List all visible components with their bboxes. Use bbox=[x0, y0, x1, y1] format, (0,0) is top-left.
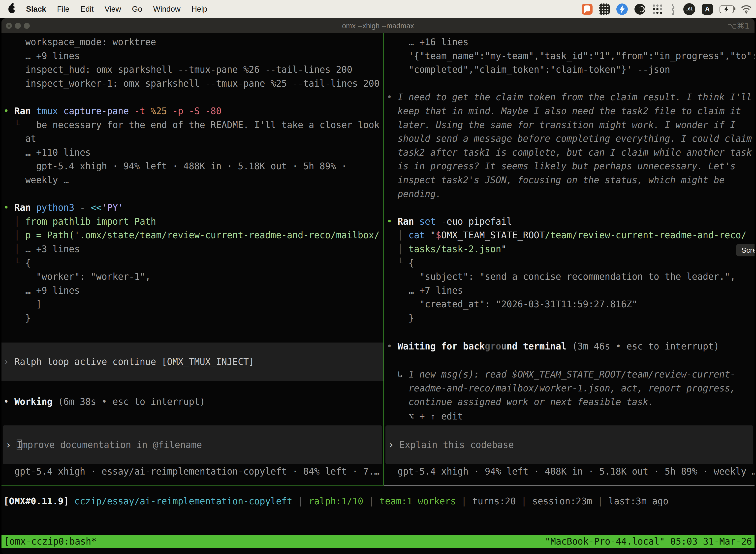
terminal-output: … +16 lines '{"team_name":"my-team","tas… bbox=[384, 35, 755, 325]
macos-menu-bar: Slack File Edit View Go Window Help ..61… bbox=[0, 0, 756, 18]
terminal-line bbox=[387, 201, 755, 215]
mailbox-message: ↳ 1 new msg(s): read $OMX_TEAM_STATE_ROO… bbox=[387, 368, 736, 409]
terminal-line: │ cat "$OMX_TEAM_STATE_ROOT/team/review-… bbox=[387, 228, 755, 242]
screen: { "menubar": { "items": ["Slack", "File"… bbox=[0, 0, 756, 554]
prompt-input-right[interactable]: › Explain this codebase bbox=[385, 426, 753, 464]
terminal-line: "subject": "send a concise recommendatio… bbox=[387, 270, 755, 284]
terminal-line: '{"team_name":"my-team","task_id":"1","f… bbox=[387, 49, 755, 63]
menu-status-icons: ..61 A bbox=[582, 3, 756, 15]
pane-bottom-border-right bbox=[384, 486, 755, 486]
terminal-pane-right[interactable]: … +16 lines '{"team_name":"my-team","tas… bbox=[384, 33, 755, 486]
terminal-line bbox=[3, 187, 383, 201]
terminal-line: keep that in mind. Maybe I also need the… bbox=[387, 104, 755, 118]
terminal-line: • I need to get the claim token from the… bbox=[387, 90, 755, 104]
terminal-line: │ tasks/task-2.json" bbox=[387, 242, 755, 256]
window-titlebar[interactable]: omx --xhigh --madmax ⌥⌘1 bbox=[1, 18, 755, 33]
apple-menu-icon[interactable] bbox=[8, 5, 15, 13]
dots-grid-icon[interactable] bbox=[652, 4, 663, 15]
terminal-line: continue assigned work or next feasible … bbox=[387, 395, 736, 409]
ralph-loop-banner: › Ralph loop active continue [OMX_TMUX_I… bbox=[1, 342, 383, 381]
terminal-line: gpt-5.4 xhigh · 94% left · 488K in · 5.1… bbox=[3, 159, 383, 173]
terminal-line: ⌥ + ↑ edit bbox=[387, 409, 463, 424]
terminal-line bbox=[3, 90, 383, 104]
terminal-line: … +16 lines bbox=[387, 35, 755, 49]
terminal-line: │ … +3 lines bbox=[3, 242, 383, 256]
battery-icon[interactable] bbox=[719, 5, 734, 13]
input-placeholder: Explain this codebase bbox=[399, 440, 514, 450]
menu-window[interactable]: Window bbox=[153, 5, 180, 14]
terminal-line: • Working (6m 38s • esc to interrupt) bbox=[3, 395, 205, 409]
count-badge[interactable]: ..61 bbox=[683, 3, 695, 15]
terminal-line: inspect task2's JSON, focusing on the st… bbox=[387, 173, 755, 187]
terminal-line: › Ralph loop active continue [OMX_TMUX_I… bbox=[1, 355, 254, 369]
prompt-chevron: › bbox=[6, 440, 17, 450]
terminal-line: ↳ 1 new msg(s): read $OMX_TEAM_STATE_ROO… bbox=[387, 368, 736, 382]
terminal-line: task2 after task1 is complete, but can I… bbox=[387, 146, 755, 160]
terminal-line: • Ran tmux capture-pane -t %25 -p -S -80 bbox=[3, 104, 383, 118]
terminal-line: pending. bbox=[387, 187, 755, 201]
prompt-input-left[interactable]: › Improve documentation in @filename bbox=[3, 426, 382, 464]
menu-edit[interactable]: Edit bbox=[80, 5, 93, 14]
terminal-line: inspect_worker-1: omx sparkshell --tmux-… bbox=[3, 77, 383, 91]
terminal-line: └ { bbox=[387, 256, 755, 270]
working-status: • Working (6m 38s • esc to interrupt) bbox=[3, 395, 205, 409]
menu-app-name[interactable]: Slack bbox=[26, 5, 46, 14]
squiggle-icon[interactable] bbox=[670, 3, 677, 15]
terminal-line: inspect_hud: omx sparkshell --tmux-pane … bbox=[3, 63, 383, 77]
terminal-line: } bbox=[387, 311, 755, 325]
terminal-pane-left[interactable]: workspace_mode: worktree … +9 lines insp… bbox=[1, 33, 383, 486]
pane-status-right: gpt-5.4 xhigh · 94% left · 488K in · 5.1… bbox=[387, 465, 755, 479]
terminal-line: • Ran set -euo pipefail bbox=[387, 215, 755, 229]
window-title: omx --xhigh --madmax bbox=[1, 18, 755, 33]
menu-file[interactable]: File bbox=[57, 5, 69, 14]
pie-menu-icon[interactable] bbox=[634, 4, 645, 15]
tmux-status-bar: [omx-cczip0:bash* "MacBook-Pro-44.local"… bbox=[1, 535, 755, 548]
terminal-line bbox=[387, 77, 755, 91]
menu-items: Slack File Edit View Go Window Help bbox=[0, 5, 207, 14]
terminal-line: "worker": "worker-1", bbox=[3, 270, 383, 284]
omx-status-line: [OMX#0.11.9] cczip/essay/ai-reimplementa… bbox=[3, 494, 669, 508]
tmux-session-label[interactable]: [omx-cczip0:bash* bbox=[1, 536, 97, 547]
terminal-line: } bbox=[3, 311, 383, 325]
letter-a-badge[interactable]: A bbox=[702, 4, 713, 15]
terminal-line: ] bbox=[3, 297, 383, 311]
terminal-line: … +7 lines bbox=[387, 284, 755, 297]
terminal-line: readme-and-reco/mailbox/worker-1.json, a… bbox=[387, 382, 736, 395]
pane-status-left: gpt-5.4 xhigh · essay/ai-reimplementatio… bbox=[3, 465, 379, 479]
terminal-line: "completed","claim_token":"claim-token"}… bbox=[387, 63, 755, 77]
waiting-status: • Waiting for background terminal (3m 46… bbox=[387, 340, 719, 353]
terminal-line: └ { bbox=[3, 256, 383, 270]
terminal-line: • Ran python3 - <<'PY' bbox=[3, 201, 383, 215]
menu-view[interactable]: View bbox=[105, 5, 121, 14]
terminal-line: gpt-5.4 xhigh · 94% left · 488K in · 5.1… bbox=[387, 465, 755, 479]
terminal-line: … +9 lines bbox=[3, 49, 383, 63]
terminal-line: [OMX#0.11.9] cczip/essay/ai-reimplementa… bbox=[3, 494, 669, 508]
menu-help[interactable]: Help bbox=[191, 5, 207, 14]
tmux-host-clock: "MacBook-Pro-44.local" 05:03 31-Mar-26 bbox=[545, 536, 755, 547]
terminal-line: • Waiting for background terminal (3m 46… bbox=[387, 340, 719, 353]
terminal-line: "created_at": "2026-03-31T11:59:27.816Z" bbox=[387, 297, 755, 311]
terminal-line: later. Using the same for transition mig… bbox=[387, 118, 755, 132]
input-placeholder: mprove documentation in @filename bbox=[22, 440, 202, 450]
keypad-icon[interactable] bbox=[599, 3, 610, 15]
screen-tooltip: Scre bbox=[736, 244, 755, 257]
terminal-line: workspace_mode: worktree bbox=[3, 35, 383, 49]
terminal-window: omx --xhigh --madmax ⌥⌘1 workspace_mode:… bbox=[1, 18, 755, 554]
menu-go[interactable]: Go bbox=[132, 5, 142, 14]
terminal-output: workspace_mode: worktree … +9 lines insp… bbox=[1, 35, 383, 325]
terminal-line: at bbox=[3, 132, 383, 146]
lightning-badge-icon[interactable] bbox=[616, 3, 628, 15]
edit-hint: ⌥ + ↑ edit bbox=[387, 409, 463, 424]
pane-bottom-border-left bbox=[1, 486, 383, 486]
wifi-icon[interactable] bbox=[741, 5, 752, 14]
terminal-line: │ p = Path('.omx/state/team/review-curre… bbox=[3, 228, 383, 242]
terminal-line: weekly … bbox=[3, 173, 383, 187]
terminal-line: … +110 lines bbox=[3, 146, 383, 160]
terminal-line: │ from pathlib import Path bbox=[3, 215, 383, 229]
ralph-loop-text: › Ralph loop active continue [OMX_TMUX_I… bbox=[1, 355, 254, 369]
window-shortcut: ⌥⌘1 bbox=[728, 18, 750, 33]
screen-record-icon[interactable] bbox=[582, 4, 592, 15]
terminal-line: is in progress? It seems likely but perh… bbox=[387, 159, 755, 173]
terminal-line: └ be necessary for the end of the README… bbox=[3, 118, 383, 132]
terminal-line: gpt-5.4 xhigh · essay/ai-reimplementatio… bbox=[3, 465, 379, 479]
